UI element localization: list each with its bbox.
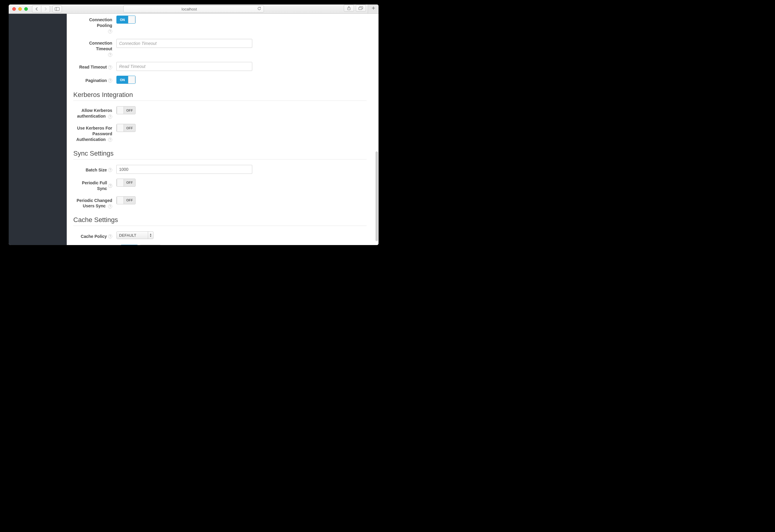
help-icon[interactable]: ? bbox=[108, 53, 112, 57]
toggle-knob bbox=[117, 179, 124, 186]
toggle-knob bbox=[128, 16, 135, 23]
toggle-label-on: ON bbox=[117, 76, 128, 83]
label-text: Read Timeout bbox=[79, 64, 107, 70]
tabs-icon bbox=[358, 6, 363, 10]
toggle-kerberos-pw-auth[interactable]: OFF bbox=[116, 124, 135, 132]
label-text: Periodic Full Sync bbox=[73, 180, 107, 191]
section-kerberos: Kerberos Integration bbox=[73, 89, 366, 101]
select-arrows-icon: ▲▼ bbox=[148, 231, 153, 239]
form-buttons: Save Cancel bbox=[121, 245, 366, 245]
toolbar-right bbox=[344, 4, 378, 13]
tabs-button[interactable] bbox=[356, 4, 366, 12]
toggle-knob bbox=[117, 106, 124, 114]
svg-rect-0 bbox=[55, 7, 60, 11]
input-read-timeout[interactable] bbox=[116, 62, 252, 71]
label-connection-pooling: Connection Pooling ? bbox=[73, 16, 116, 34]
label-text: Connection Pooling bbox=[89, 17, 112, 28]
back-button[interactable] bbox=[32, 5, 41, 13]
nav-buttons bbox=[32, 5, 50, 13]
label-text: Periodic Changed Users Sync bbox=[77, 198, 112, 208]
label-cache-policy: Cache Policy ? bbox=[73, 231, 116, 240]
row-cache-policy: Cache Policy ? DEFAULT ▲▼ bbox=[73, 231, 366, 240]
toggle-label-off: OFF bbox=[124, 196, 135, 204]
row-batch-size: Batch Size ? bbox=[73, 165, 366, 174]
toggle-connection-pooling[interactable]: ON bbox=[116, 16, 135, 24]
help-icon[interactable]: ? bbox=[108, 204, 112, 208]
zoom-window-button[interactable] bbox=[24, 7, 28, 11]
reload-icon bbox=[257, 7, 261, 10]
select-cache-policy[interactable]: DEFAULT ▲▼ bbox=[116, 231, 153, 239]
label-kerberos-pw-auth: Use Kerberos For Password Authentication… bbox=[73, 124, 116, 142]
cancel-button[interactable]: Cancel bbox=[140, 245, 161, 245]
minimize-window-button[interactable] bbox=[18, 7, 22, 11]
select-value: DEFAULT bbox=[119, 231, 136, 239]
help-icon[interactable]: ? bbox=[108, 168, 112, 172]
chevron-right-icon bbox=[44, 7, 47, 11]
section-sync: Sync Settings bbox=[73, 147, 366, 159]
content-area: Connection Pooling ? ON Connection Timeo… bbox=[9, 14, 378, 245]
row-read-timeout: Read Timeout ? bbox=[73, 62, 366, 71]
label-pagination: Pagination ? bbox=[73, 76, 116, 84]
browser-window: localhost bbox=[9, 4, 378, 245]
window-controls bbox=[12, 7, 28, 11]
label-text: Use Kerberos For Password Authentication bbox=[76, 126, 112, 142]
address-text: localhost bbox=[124, 7, 255, 11]
address-bar[interactable]: localhost bbox=[123, 5, 264, 13]
help-icon[interactable]: ? bbox=[108, 234, 112, 238]
row-connection-timeout: Connection Timeout ? bbox=[73, 39, 366, 57]
input-batch-size[interactable] bbox=[116, 165, 252, 174]
app-sidebar bbox=[9, 14, 67, 245]
label-connection-timeout: Connection Timeout ? bbox=[73, 39, 116, 57]
toggle-label-off: OFF bbox=[124, 179, 135, 186]
toggle-label-off: OFF bbox=[124, 124, 135, 132]
toggle-full-sync[interactable]: OFF bbox=[116, 179, 135, 187]
help-icon[interactable]: ? bbox=[108, 78, 112, 83]
share-icon bbox=[347, 6, 351, 10]
label-text: Pagination bbox=[85, 78, 107, 83]
row-kerberos-pw-auth: Use Kerberos For Password Authentication… bbox=[73, 124, 366, 142]
toggle-knob bbox=[117, 196, 124, 204]
row-changed-users-sync: Periodic Changed Users Sync ? OFF bbox=[73, 196, 366, 209]
label-batch-size: Batch Size ? bbox=[73, 165, 116, 174]
plus-icon bbox=[371, 6, 375, 10]
toggle-knob bbox=[128, 76, 135, 83]
save-button[interactable]: Save bbox=[121, 245, 138, 245]
reload-button[interactable] bbox=[255, 7, 264, 11]
sidebar-icon bbox=[55, 7, 60, 11]
new-tab-button[interactable] bbox=[368, 4, 378, 13]
label-allow-kerberos: Allow Kerberos authentication ? bbox=[73, 106, 116, 119]
row-pagination: Pagination ? ON bbox=[73, 76, 366, 84]
toggle-label-on: ON bbox=[117, 16, 128, 23]
row-connection-pooling: Connection Pooling ? ON bbox=[73, 16, 366, 34]
toggle-pagination[interactable]: ON bbox=[116, 76, 135, 84]
help-icon[interactable]: ? bbox=[108, 29, 112, 33]
label-text: Connection Timeout bbox=[89, 41, 112, 51]
titlebar: localhost bbox=[9, 4, 378, 14]
sidebar-toggle-button[interactable] bbox=[52, 5, 62, 13]
chevron-left-icon bbox=[35, 7, 38, 11]
main-panel: Connection Pooling ? ON Connection Timeo… bbox=[67, 14, 378, 245]
forward-button[interactable] bbox=[41, 5, 50, 13]
label-text: Cache Policy bbox=[81, 234, 107, 239]
help-icon[interactable]: ? bbox=[108, 138, 112, 142]
toggle-knob bbox=[117, 124, 124, 132]
input-connection-timeout[interactable] bbox=[116, 39, 252, 48]
toggle-changed-users-sync[interactable]: OFF bbox=[116, 196, 135, 204]
label-text: Allow Kerberos authentication bbox=[77, 108, 112, 118]
row-allow-kerberos: Allow Kerberos authentication ? OFF bbox=[73, 106, 366, 119]
help-icon[interactable]: ? bbox=[108, 184, 112, 188]
label-read-timeout: Read Timeout ? bbox=[73, 62, 116, 71]
toggle-label-off: OFF bbox=[124, 106, 135, 114]
section-cache: Cache Settings bbox=[73, 214, 366, 226]
label-text: Batch Size bbox=[86, 167, 107, 173]
row-full-sync: Periodic Full Sync ? OFF bbox=[73, 179, 366, 191]
close-window-button[interactable] bbox=[12, 7, 16, 11]
label-full-sync: Periodic Full Sync ? bbox=[73, 179, 116, 191]
help-icon[interactable]: ? bbox=[108, 115, 112, 119]
label-changed-users-sync: Periodic Changed Users Sync ? bbox=[73, 196, 116, 209]
svg-rect-4 bbox=[359, 7, 362, 10]
share-button[interactable] bbox=[344, 4, 354, 12]
scrollbar-thumb[interactable] bbox=[375, 151, 378, 241]
help-icon[interactable]: ? bbox=[108, 65, 112, 69]
toggle-allow-kerberos[interactable]: OFF bbox=[116, 106, 135, 114]
